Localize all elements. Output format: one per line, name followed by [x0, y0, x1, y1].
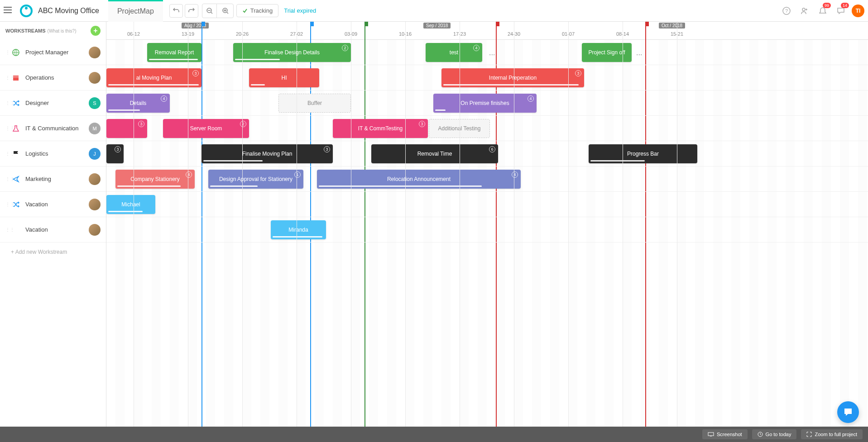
workstream-row[interactable]: ⋮⋮ Marketing [0, 166, 106, 192]
project-title: ABC Moving Office [38, 7, 99, 15]
zoom-in-button[interactable] [219, 4, 232, 18]
task-bar[interactable]: Server Room2 [163, 119, 249, 138]
task-label: Finalise Design Details [264, 49, 320, 56]
drag-handle-icon[interactable]: ⋮⋮ [5, 227, 9, 232]
task-bar[interactable]: Finalise Moving Plan3 [201, 144, 333, 163]
task-bar[interactable]: Design Approval for Stationery1 [208, 170, 303, 189]
workstream-row[interactable]: ⋮⋮ Designer S [0, 90, 106, 116]
task-label: Michael [121, 201, 140, 208]
task-label: al Moving Plan [136, 75, 172, 81]
task-label: Relocation Announcement [387, 176, 451, 182]
task-bar[interactable]: test4 [426, 43, 482, 62]
task-bar[interactable]: Project Sign off [582, 43, 632, 62]
task-count: 3 [192, 70, 199, 76]
task-count: 4 [473, 45, 480, 51]
svg-rect-8 [13, 76, 19, 81]
task-bar[interactable]: On Premise finishes4 [433, 94, 537, 113]
tracking-label: Tracking [250, 7, 273, 14]
check-icon [242, 8, 248, 14]
workstream-name: Project Manager [25, 49, 89, 56]
workstream-row[interactable]: ⋮⋮ Logistics J [0, 141, 106, 166]
add-workstream-button[interactable]: + [91, 26, 101, 36]
workstream-avatar[interactable]: S [89, 97, 101, 109]
menu-icon[interactable] [4, 7, 14, 15]
task-bar[interactable]: Finalise Design Details2 [233, 43, 351, 62]
tracking-button[interactable]: Tracking [236, 4, 278, 17]
workstreams-hint[interactable]: (What is this?) [48, 29, 77, 33]
task-count: 3 [575, 70, 581, 76]
gantt-row: Miranda [106, 217, 868, 242]
workstream-row[interactable]: ⋮⋮ Project Manager [0, 40, 106, 65]
task-count: 4 [186, 171, 192, 178]
workstream-avatar[interactable] [89, 173, 101, 185]
svg-point-1 [25, 7, 28, 10]
more-tasks-icon[interactable]: ... [489, 49, 495, 57]
drag-handle-icon[interactable]: ⋮⋮ [5, 75, 9, 80]
task-bar[interactable]: 3 [106, 119, 147, 138]
trial-status[interactable]: Trial expired [284, 7, 316, 14]
logo [20, 5, 33, 17]
workstream-avatar[interactable] [89, 224, 101, 236]
workstream-avatar[interactable] [89, 72, 101, 84]
plane-icon [12, 175, 20, 183]
add-workstream-link[interactable]: + Add new Workstream [0, 242, 106, 261]
task-bar[interactable]: 3 [106, 144, 124, 163]
task-label: Progress Bar [627, 151, 659, 157]
notif-badge: 99 [823, 3, 831, 8]
user-avatar[interactable]: TI [852, 5, 864, 17]
task-bar[interactable]: Relocation Announcement4 [317, 170, 521, 189]
workstream-avatar[interactable] [89, 47, 101, 58]
task-bar[interactable]: HI [249, 68, 319, 87]
task-bar[interactable]: Progress Bar [589, 144, 697, 163]
drag-handle-icon[interactable]: ⋮⋮ [5, 100, 9, 105]
workstream-row[interactable]: ⋮⋮ Vacation [0, 192, 106, 217]
drag-handle-icon[interactable]: ⋮⋮ [5, 151, 9, 156]
task-bar[interactable]: Company Stationery4 [115, 170, 195, 189]
task-bar[interactable]: IT & CommTesting3 [333, 119, 428, 138]
task-label: Miranda [288, 227, 308, 233]
undo-button[interactable] [169, 4, 183, 18]
task-bar[interactable]: Buffer [278, 94, 351, 113]
month-label: Sep / 2018 [423, 23, 451, 29]
notifications-icon[interactable]: 99 [815, 4, 830, 18]
drag-handle-icon[interactable]: ⋮⋮ [5, 126, 9, 131]
workstream-row[interactable]: ⋮⋮ Vacation [0, 217, 106, 242]
workstream-row[interactable]: ⋮⋮ IT & Communication M [0, 116, 106, 141]
more-tasks-icon[interactable]: ... [636, 49, 642, 57]
workstream-avatar[interactable] [89, 199, 101, 210]
redo-button[interactable] [185, 4, 198, 18]
task-progress [203, 160, 263, 162]
drag-handle-icon[interactable]: ⋮⋮ [5, 202, 9, 207]
task-bar[interactable]: al Moving Plan3 [106, 68, 201, 87]
calendar-icon [12, 74, 20, 82]
task-progress [210, 185, 258, 187]
task-progress [319, 185, 482, 187]
chat-fab[interactable] [837, 401, 859, 423]
gantt-row: Details4BufferOn Premise finishes4 [106, 90, 868, 116]
task-bar[interactable]: Removal Report [147, 43, 201, 62]
task-count: 2 [342, 45, 348, 51]
messages-icon[interactable]: 14 [834, 4, 848, 18]
tab-projectmap[interactable]: ProjectMap [108, 0, 163, 22]
task-progress [235, 59, 280, 60]
gridline [677, 22, 677, 427]
task-label: Buffer [307, 100, 322, 106]
task-count: 3 [419, 121, 425, 127]
workstream-row[interactable]: ⋮⋮ Operations [0, 65, 106, 90]
task-label: Removal Time [417, 151, 452, 157]
workstream-avatar[interactable]: J [89, 148, 101, 160]
task-bar[interactable]: Internal Preperation3 [441, 68, 584, 87]
task-bar[interactable]: Removal Time6 [371, 144, 498, 163]
drag-handle-icon[interactable]: ⋮⋮ [5, 50, 9, 55]
add-user-icon[interactable] [797, 4, 812, 18]
task-bar[interactable]: Details4 [106, 94, 170, 113]
chat-icon [843, 407, 854, 418]
help-icon[interactable]: ? [779, 4, 794, 18]
zoom-out-button[interactable] [203, 4, 217, 18]
gantt-row: Company Stationery4Design Approval for S… [106, 166, 868, 192]
workstream-avatar[interactable]: M [89, 123, 101, 134]
task-progress [108, 84, 199, 86]
task-bar[interactable]: Miranda [271, 220, 326, 239]
task-bar[interactable]: Michael [106, 195, 155, 214]
drag-handle-icon[interactable]: ⋮⋮ [5, 176, 9, 181]
